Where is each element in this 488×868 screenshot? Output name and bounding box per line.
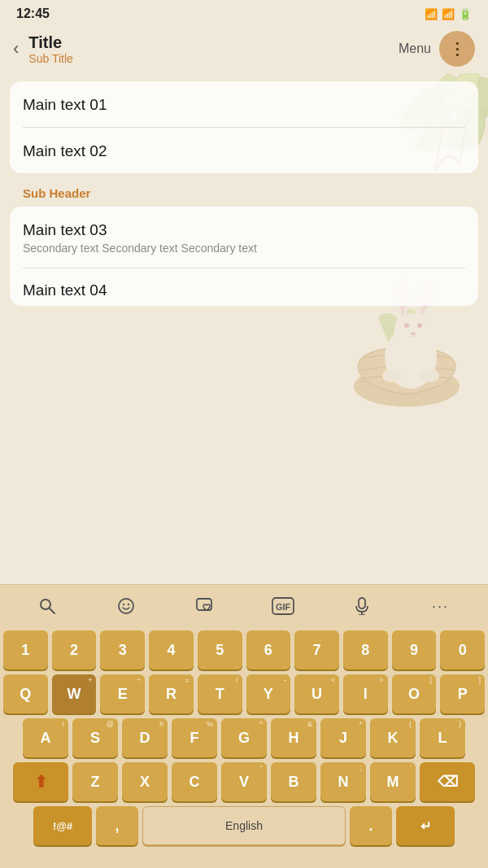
gif-tool-button[interactable]: GIF xyxy=(267,591,299,621)
key-q[interactable]: Q xyxy=(3,674,48,713)
key-2[interactable]: 2 xyxy=(52,630,97,670)
dots-icon: ⋮ xyxy=(449,39,466,59)
key-4[interactable]: 4 xyxy=(149,630,194,670)
key-9[interactable]: 9 xyxy=(392,630,437,670)
battery-icon: 🔋 xyxy=(459,8,472,20)
key-t[interactable]: /T xyxy=(198,674,242,713)
space-label: English xyxy=(225,819,263,832)
key-m[interactable]: 'M xyxy=(370,762,416,801)
period-label: . xyxy=(368,818,373,835)
special-key[interactable]: !@# xyxy=(33,806,92,845)
mic-icon xyxy=(355,597,369,615)
list-item[interactable]: Main text 02 xyxy=(23,128,465,173)
svg-point-12 xyxy=(119,599,133,613)
secondary-text-3: Secondary text Secondary text Secondary … xyxy=(23,242,465,255)
key-n[interactable]: ;N xyxy=(320,762,366,801)
key-p[interactable]: ]P xyxy=(440,674,485,713)
comma-key[interactable]: , xyxy=(96,806,138,845)
key-g[interactable]: ^G xyxy=(221,718,267,757)
back-button[interactable]: ‹ xyxy=(13,38,19,59)
list-card-1: Main text 01 Main text 02 xyxy=(10,81,478,173)
list-item[interactable]: Main text 03 Secondary text Secondary te… xyxy=(23,207,465,268)
key-8[interactable]: 8 xyxy=(343,630,388,670)
key-e[interactable]: ÷E xyxy=(100,674,145,713)
main-text-1: Main text 01 xyxy=(23,96,465,114)
qwerty-row: Q +W ÷E =R /T -Y <U >I [O ]P xyxy=(3,674,485,713)
svg-point-8 xyxy=(382,369,402,382)
app-bar: ‹ Title Sub Title Menu ⋮ xyxy=(0,24,488,73)
keyboard-bottom-bar xyxy=(0,852,488,868)
svg-point-13 xyxy=(123,604,124,605)
key-u[interactable]: <U xyxy=(294,674,339,713)
svg-point-5 xyxy=(404,323,409,328)
key-3[interactable]: 3 xyxy=(100,630,145,670)
key-b[interactable]: B xyxy=(271,762,316,801)
wifi-icon: 📶 xyxy=(425,8,438,20)
svg-point-6 xyxy=(417,323,422,328)
zxcv-row: ⬆ Z X C "V B ;N 'M ⌫ xyxy=(3,762,485,801)
key-l[interactable]: )L xyxy=(420,718,465,757)
key-a[interactable]: !A xyxy=(23,718,68,757)
number-row: 1 2 3 4 5 6 7 8 9 0 xyxy=(3,630,485,670)
status-icons: 📶 📶 🔋 xyxy=(425,8,472,20)
backspace-icon: ⌫ xyxy=(438,773,458,791)
content-area: Main text 01 Main text 02 Sub Header Mai… xyxy=(0,73,488,423)
svg-rect-18 xyxy=(359,598,365,608)
key-y[interactable]: -Y xyxy=(246,674,291,713)
status-time: 12:45 xyxy=(16,7,50,21)
key-5[interactable]: 5 xyxy=(198,630,242,670)
special-label: !@# xyxy=(53,820,72,832)
list-card-2: Main text 03 Secondary text Secondary te… xyxy=(10,207,478,306)
mic-tool-button[interactable] xyxy=(346,591,378,621)
ellipsis-icon: ··· xyxy=(432,598,449,615)
key-o[interactable]: [O xyxy=(392,674,437,713)
key-c[interactable]: C xyxy=(172,762,217,801)
backspace-key[interactable]: ⌫ xyxy=(420,762,475,801)
key-1[interactable]: 1 xyxy=(3,630,48,670)
more-button[interactable]: ⋮ xyxy=(439,31,475,67)
emoji-tool-button[interactable] xyxy=(110,591,142,621)
key-d[interactable]: #D xyxy=(122,718,168,757)
key-f[interactable]: %F xyxy=(172,718,217,757)
key-h[interactable]: &H xyxy=(271,718,316,757)
shift-key[interactable]: ⬆ xyxy=(13,762,68,801)
menu-label[interactable]: Menu xyxy=(399,41,431,56)
key-z[interactable]: Z xyxy=(72,762,118,801)
key-6[interactable]: 6 xyxy=(246,630,291,670)
search-icon xyxy=(38,597,56,615)
sticker-icon xyxy=(195,597,215,615)
key-0[interactable]: 0 xyxy=(440,630,485,670)
main-text-2: Main text 02 xyxy=(23,142,465,160)
enter-key[interactable]: ↵ xyxy=(396,806,455,845)
search-tool-button[interactable] xyxy=(31,591,63,621)
spacebar-key[interactable]: English xyxy=(142,806,346,845)
key-j[interactable]: *J xyxy=(320,718,366,757)
period-key[interactable]: . xyxy=(350,806,392,845)
svg-point-7 xyxy=(411,332,416,335)
shift-icon: ⬆ xyxy=(34,772,48,792)
main-text-4: Main text 04 xyxy=(23,281,465,299)
keyboard-area: GIF ··· 1 2 3 4 5 6 7 8 9 0 xyxy=(0,584,488,868)
bottom-row: !@# , English . ↵ xyxy=(3,806,485,845)
key-s[interactable]: @S xyxy=(72,718,118,757)
sticker-tool-button[interactable] xyxy=(189,591,221,621)
key-r[interactable]: =R xyxy=(149,674,194,713)
key-x[interactable]: X xyxy=(122,762,168,801)
svg-line-11 xyxy=(50,608,54,613)
list-item-partial[interactable]: Main text 04 xyxy=(23,268,465,306)
key-i[interactable]: >I xyxy=(343,674,388,713)
app-subtitle: Sub Title xyxy=(28,52,399,65)
svg-text:GIF: GIF xyxy=(276,602,291,612)
list-item[interactable]: Main text 01 xyxy=(23,81,465,128)
title-group: Title Sub Title xyxy=(28,33,399,65)
svg-point-9 xyxy=(420,369,439,382)
key-7[interactable]: 7 xyxy=(294,630,339,670)
more-tool-button[interactable]: ··· xyxy=(425,591,457,621)
app-title: Title xyxy=(28,33,399,52)
key-w[interactable]: +W xyxy=(52,674,97,713)
list-container: Main text 01 Main text 02 Sub Header Mai… xyxy=(0,73,488,306)
svg-point-14 xyxy=(128,604,129,605)
key-k[interactable]: (K xyxy=(370,718,416,757)
keyboard-toolbar: GIF ··· xyxy=(0,584,488,627)
key-v[interactable]: "V xyxy=(221,762,267,801)
